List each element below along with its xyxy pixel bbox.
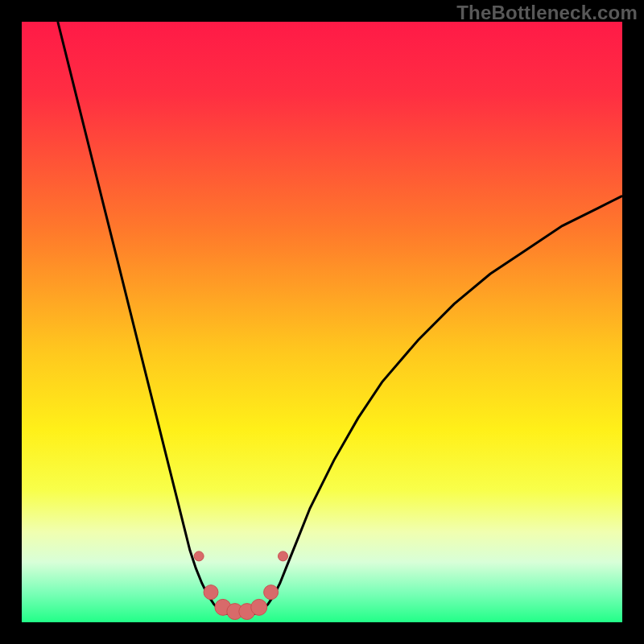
plot-area	[22, 22, 622, 622]
dot	[251, 599, 267, 615]
chart-frame: TheBottleneck.com	[0, 0, 644, 644]
left-branch-path	[58, 22, 220, 610]
dot	[204, 585, 218, 600]
dot	[264, 585, 279, 600]
watermark-text: TheBottleneck.com	[456, 2, 638, 24]
dots-group	[194, 551, 287, 620]
dot	[194, 551, 204, 561]
curve-svg	[22, 22, 622, 622]
right-branch-path	[262, 196, 622, 610]
dot	[279, 551, 288, 561]
